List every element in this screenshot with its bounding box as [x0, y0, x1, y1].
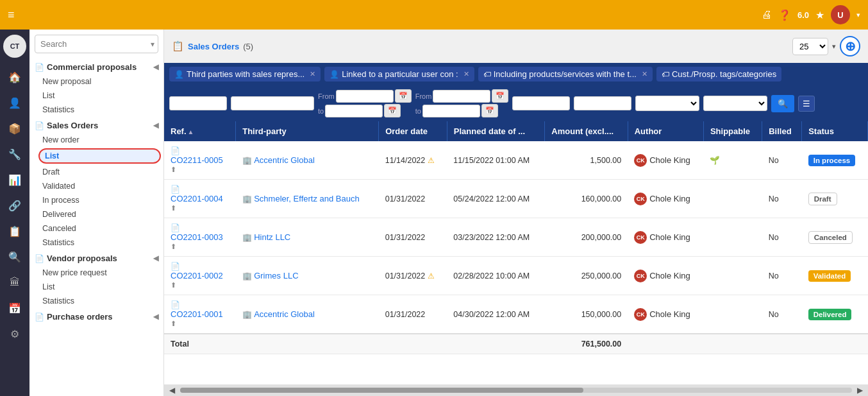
list-view-button[interactable]: ☰: [798, 96, 815, 112]
filter-planned-date-from[interactable]: [433, 90, 490, 103]
page-count: (5): [243, 42, 253, 51]
filter-ref-input[interactable]: [169, 96, 227, 110]
sidebar-icon-building[interactable]: 🏛: [3, 271, 26, 294]
horizontal-scroll-bar[interactable]: ◀ ▶: [164, 384, 868, 396]
sidebar-item-commercial-list[interactable]: List: [29, 89, 163, 103]
col-planned-date[interactable]: Planned date of ...: [447, 121, 545, 141]
filter-planned-date-from-cal[interactable]: 📅: [492, 89, 508, 103]
sidebar-item-vendor-statistics[interactable]: Statistics: [29, 294, 163, 308]
sidebar-item-sales-statistics[interactable]: Statistics: [29, 236, 163, 250]
sidebar-item-commercial-statistics[interactable]: Statistics: [29, 103, 163, 117]
ref-link-3[interactable]: CO2201-0002: [171, 271, 230, 280]
sidebar-item-canceled[interactable]: Canceled: [29, 221, 163, 236]
col-billed[interactable]: Billed: [762, 121, 802, 141]
sidebar-icon-chart[interactable]: 📊: [3, 168, 26, 191]
sidebar-icon-calendar[interactable]: 📅: [3, 297, 26, 320]
sidebar-icon-box[interactable]: 📦: [3, 117, 26, 140]
filter-order-date-from-cal[interactable]: 📅: [395, 89, 412, 103]
sidebar-item-in-process[interactable]: In process: [29, 193, 163, 207]
avatar[interactable]: U: [831, 5, 850, 24]
filter-tag-1[interactable]: 👤 Linked to a particular user con : ✕: [324, 67, 474, 82]
ref-link-1[interactable]: CO2201-0004: [171, 194, 230, 203]
app-logo[interactable]: CT: [3, 35, 26, 58]
filter-tag-2-label: Including products/services with the t..…: [494, 69, 637, 79]
col-third-party[interactable]: Third-party: [236, 121, 379, 141]
nav-section-vendor-proposals[interactable]: 📄Vendor proposals ◀: [29, 250, 163, 266]
per-page-select[interactable]: 25 10 50 100: [792, 38, 828, 55]
nav-section-sales-orders[interactable]: 📄Sales Orders ◀: [29, 117, 163, 133]
scroll-right-icon[interactable]: ▶: [855, 386, 865, 395]
sidebar-item-new-price-request[interactable]: New price request: [29, 266, 163, 280]
third-party-link-3[interactable]: Grimes LLC: [254, 271, 298, 280]
filter-order-date-from[interactable]: [336, 90, 394, 103]
sidebar-icon-user[interactable]: 👤: [3, 91, 26, 114]
sidebar-icon-settings[interactable]: ⚙: [3, 322, 26, 345]
hamburger-icon[interactable]: ≡: [8, 8, 15, 22]
scroll-track[interactable]: [180, 388, 852, 393]
col-ref[interactable]: Ref.▲: [164, 121, 236, 141]
sidebar-icon-tools[interactable]: 🔧: [3, 142, 26, 166]
sidebar-item-delivered[interactable]: Delivered: [29, 207, 163, 221]
avatar-dropdown-icon[interactable]: ▾: [856, 11, 860, 19]
search-dropdown-icon[interactable]: ▾: [151, 40, 154, 49]
cell-shippable-1: [703, 180, 762, 218]
filter-tag-3[interactable]: 🏷 Cust./Prosp. tags/categories: [656, 67, 781, 82]
col-order-date[interactable]: Order date: [379, 121, 447, 141]
ref-link-0[interactable]: CO2211-0005: [171, 155, 230, 165]
filter-order-date-to[interactable]: [325, 105, 383, 117]
search-button[interactable]: 🔍: [771, 95, 794, 112]
sidebar-item-new-proposal[interactable]: New proposal: [29, 74, 163, 89]
sidebar-icon-link[interactable]: 🔗: [3, 194, 26, 217]
filter-status-select[interactable]: In process Draft Validated Delivered Can…: [703, 96, 767, 111]
add-button[interactable]: ⊕: [840, 36, 860, 56]
sidebar-icon-home[interactable]: 🏠: [3, 65, 26, 89]
filter-shippable-select[interactable]: Yes No: [635, 96, 699, 111]
cell-billed-4: No: [762, 295, 802, 334]
search-input[interactable]: [35, 35, 158, 53]
filter-tag-2-close[interactable]: ✕: [642, 70, 647, 78]
filter-planned-date-from-row: From 📅: [415, 89, 509, 103]
ref-link-2[interactable]: CO2201-0003: [171, 232, 230, 242]
help-icon[interactable]: ❓: [778, 9, 791, 21]
sidebar-icon-clipboard[interactable]: 📋: [3, 220, 26, 243]
company-icon-0: 🏢: [242, 156, 252, 165]
cell-shippable-2: [703, 218, 762, 257]
cell-order-date-0: 11/14/2022 ⚠: [379, 141, 447, 180]
table-row: 📄 CO2201-0003 ⬆ 🏢 Hintz LLC 01/31/2022 0…: [164, 218, 868, 257]
col-shippable[interactable]: Shippable: [703, 121, 762, 141]
print-icon[interactable]: 🖨: [762, 9, 772, 21]
sidebar-item-list[interactable]: List: [38, 148, 161, 164]
filter-tag-2[interactable]: 🏷 Including products/services with the t…: [478, 67, 653, 82]
filter-planned-date-to[interactable]: [422, 105, 480, 117]
collapse-purchase-icon: ◀: [153, 313, 158, 321]
star-icon[interactable]: ★: [815, 9, 824, 21]
ref-link-4[interactable]: CO2201-0001: [171, 309, 230, 319]
cell-planned-date-1: 05/24/2022 12:00 AM: [447, 180, 545, 218]
third-party-link-0[interactable]: Accentric Global: [254, 155, 315, 165]
filter-order-date-to-cal[interactable]: 📅: [384, 104, 401, 117]
filter-tag-0[interactable]: 👤 Third parties with sales repres... ✕: [169, 67, 321, 82]
sidebar-item-vendor-list[interactable]: List: [29, 280, 163, 294]
filter-amount-input[interactable]: [512, 96, 570, 110]
cell-amount-0: 1,500.00: [545, 141, 628, 180]
sidebar-item-new-order[interactable]: New order: [29, 133, 163, 147]
scroll-left-icon[interactable]: ◀: [167, 386, 178, 395]
third-party-link-2[interactable]: Hintz LLC: [254, 232, 290, 242]
col-amount[interactable]: Amount (excl....: [545, 121, 628, 141]
filter-third-party-input[interactable]: [231, 96, 314, 110]
col-status[interactable]: Status: [802, 121, 868, 141]
cell-author-0: CK Chole King: [628, 141, 703, 180]
filter-tag-1-close[interactable]: ✕: [463, 70, 469, 78]
third-party-link-1[interactable]: Schmeler, Effertz and Bauch: [254, 194, 360, 203]
nav-section-commercial-proposals[interactable]: 📄Commercial proposals ◀: [29, 58, 163, 74]
col-author[interactable]: Author: [628, 121, 703, 141]
nav-section-purchase-orders[interactable]: 📄Purchase orders ◀: [29, 308, 163, 324]
sidebar-icon-search[interactable]: 🔍: [3, 245, 26, 268]
filter-author-input[interactable]: [574, 96, 631, 110]
sidebar-item-validated[interactable]: Validated: [29, 179, 163, 193]
third-party-link-4[interactable]: Accentric Global: [254, 309, 315, 319]
filter-planned-date-to-cal[interactable]: 📅: [481, 104, 498, 117]
status-badge-1: Draft: [808, 193, 837, 205]
filter-tag-0-close[interactable]: ✕: [310, 70, 315, 78]
sidebar-item-draft[interactable]: Draft: [29, 165, 163, 179]
